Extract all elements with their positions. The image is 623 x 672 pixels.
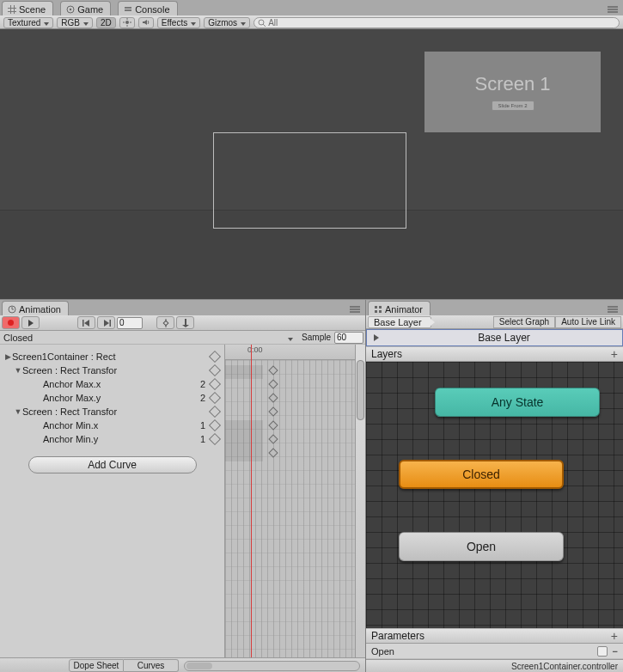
current-layer-row[interactable]: Base Layer: [366, 329, 623, 346]
playhead[interactable]: [251, 345, 252, 657]
dopesheet-tab[interactable]: Dope Sheet: [69, 659, 124, 672]
add-keyframe-button[interactable]: [156, 316, 174, 329]
auto-live-link-button[interactable]: Auto Live Link: [555, 316, 621, 328]
keyframe-toggle[interactable]: [209, 351, 221, 363]
screen-card[interactable]: Screen 1 Slide From 2: [424, 52, 601, 132]
remove-parameter-button[interactable]: −: [613, 646, 618, 657]
svg-rect-34: [608, 306, 618, 308]
svg-rect-0: [8, 8, 16, 9]
property-value[interactable]: 2: [186, 379, 211, 389]
record-icon: [8, 320, 14, 326]
curves-tab[interactable]: Curves: [124, 659, 179, 672]
clip-dropdown[interactable]: Closed: [2, 332, 302, 344]
panel-menu-icon[interactable]: [346, 303, 363, 315]
tab-console-label: Console: [135, 4, 169, 15]
scene-viewport[interactable]: Screen 1 Slide From 2: [0, 29, 623, 299]
parameter-bool-checkbox[interactable]: [597, 646, 608, 657]
screen-card-button[interactable]: Slide From 2: [492, 101, 534, 111]
button-2d[interactable]: 2D: [96, 17, 116, 28]
search-placeholder: All: [268, 18, 278, 27]
tab-animator[interactable]: Animator: [368, 301, 431, 315]
panel-menu-icon[interactable]: [604, 303, 621, 315]
svg-rect-32: [375, 310, 377, 313]
scene-panel: Scene Game Console Textured RGB 2D: [0, 0, 623, 299]
tab-scene-label: Scene: [19, 4, 46, 15]
svg-point-5: [70, 8, 71, 9]
twist-icon[interactable]: ▶: [3, 352, 12, 361]
timeline-vscrollbar[interactable]: [355, 345, 365, 657]
parameters-header[interactable]: Parameters +: [366, 628, 623, 644]
tab-scene[interactable]: Scene: [2, 1, 53, 15]
frame-field[interactable]: 0: [117, 317, 143, 329]
tab-animation[interactable]: Animation: [2, 301, 69, 315]
animation-panel: Animation 0: [0, 300, 366, 672]
property-row[interactable]: ▶Screen1Container : Rect: [0, 350, 224, 363]
render-mode-dropdown[interactable]: Textured: [3, 17, 53, 28]
property-row[interactable]: Anchor Max.x2: [0, 377, 224, 391]
step-back-icon: [82, 320, 91, 327]
svg-rect-25: [109, 320, 111, 327]
animation-timeline[interactable]: 0:00: [225, 345, 365, 657]
property-row[interactable]: Anchor Min.x1: [0, 418, 224, 432]
canvas-outline[interactable]: [213, 132, 406, 229]
property-value[interactable]: 2: [186, 393, 211, 403]
add-layer-button[interactable]: +: [611, 347, 618, 361]
scrollbar-thumb[interactable]: [186, 663, 212, 669]
breadcrumb[interactable]: Base Layer: [368, 316, 431, 328]
gizmos-dropdown[interactable]: Gizmos: [204, 17, 250, 28]
property-value[interactable]: 1: [186, 420, 211, 431]
step-back-button[interactable]: [77, 316, 95, 329]
play-button[interactable]: [21, 316, 40, 329]
property-row[interactable]: Anchor Min.y1: [0, 432, 224, 446]
twist-icon[interactable]: ▼: [14, 407, 22, 416]
sample-field[interactable]: 60: [334, 332, 363, 344]
timeline-ruler[interactable]: 0:00: [225, 345, 365, 360]
property-row[interactable]: ▼Screen : Rect Transfor: [0, 405, 224, 418]
property-label: Screen : Rect Transfor: [22, 406, 186, 417]
add-parameter-button[interactable]: +: [611, 629, 618, 643]
svg-rect-30: [375, 306, 377, 309]
audio-toggle-icon[interactable]: [138, 17, 154, 28]
record-button[interactable]: [2, 316, 20, 329]
property-value[interactable]: 1: [186, 434, 211, 444]
svg-rect-7: [125, 9, 131, 11]
select-graph-button[interactable]: Select Graph: [493, 316, 555, 328]
svg-rect-35: [608, 309, 618, 310]
timeline-hscrollbar[interactable]: [184, 661, 360, 671]
property-label: Anchor Max.y: [43, 393, 186, 403]
keyframe-toggle[interactable]: [209, 406, 221, 418]
keyframe-toggle[interactable]: [209, 392, 221, 404]
color-mode-dropdown[interactable]: RGB: [57, 17, 93, 28]
keyframe-icon: [162, 319, 170, 327]
keyframe-toggle[interactable]: [209, 433, 221, 445]
animation-property-list: ▶Screen1Container : Rect ▼Screen : Rect …: [0, 345, 225, 657]
property-row[interactable]: Anchor Max.y2: [0, 391, 224, 405]
svg-rect-29: [185, 319, 186, 325]
add-curve-button[interactable]: Add Curve: [28, 456, 197, 473]
tab-console[interactable]: Console: [118, 1, 177, 15]
panel-menu-icon[interactable]: [604, 3, 621, 15]
parameter-row[interactable]: Open −: [366, 644, 623, 659]
add-event-button[interactable]: [176, 316, 194, 329]
state-closed[interactable]: Closed: [399, 460, 564, 489]
light-toggle-icon[interactable]: [119, 17, 135, 28]
keyframe-toggle[interactable]: [209, 378, 221, 390]
property-row[interactable]: ▼Screen : Rect Transfor: [0, 363, 224, 377]
state-open[interactable]: Open: [399, 532, 564, 561]
svg-line-17: [263, 24, 266, 27]
keyframe-toggle[interactable]: [209, 419, 221, 431]
effects-dropdown[interactable]: Effects: [157, 17, 200, 28]
animator-breadcrumb-bar: Base Layer Select Graph Auto Live Link: [366, 315, 623, 329]
twist-icon[interactable]: ▼: [14, 366, 22, 375]
step-forward-button[interactable]: [97, 316, 115, 329]
svg-rect-23: [350, 311, 360, 313]
state-graph[interactable]: Any State Closed Open: [366, 362, 623, 628]
layers-header[interactable]: Layers +: [366, 346, 623, 362]
state-any[interactable]: Any State: [435, 388, 600, 417]
scrollbar-thumb[interactable]: [357, 360, 364, 420]
keyframe-toggle[interactable]: [209, 364, 221, 376]
controller-path: Screen1Container.controller: [511, 662, 618, 671]
timeline-grid: [225, 360, 355, 657]
tab-game[interactable]: Game: [60, 1, 111, 15]
scene-search-input[interactable]: All: [253, 17, 620, 28]
